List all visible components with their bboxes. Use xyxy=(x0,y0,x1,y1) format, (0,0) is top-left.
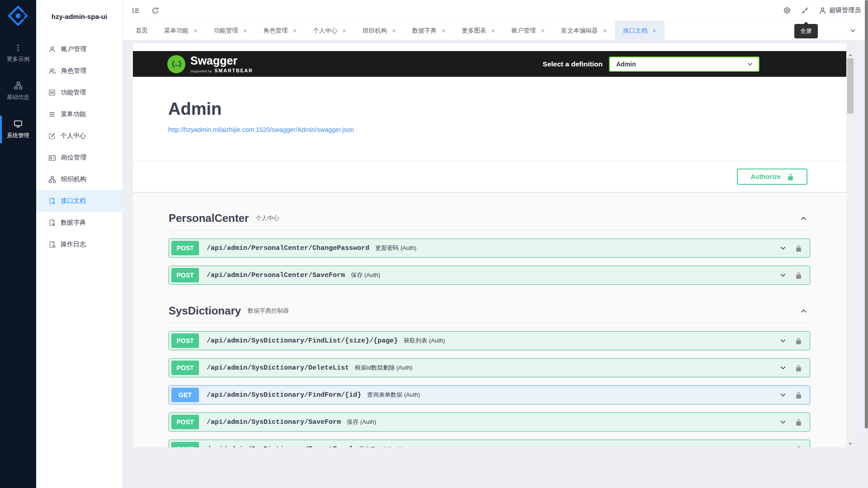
app-logo[interactable] xyxy=(7,5,29,27)
sidebar-item[interactable]: 角色管理 xyxy=(36,60,123,82)
close-icon[interactable]: × xyxy=(392,27,396,34)
endpoint-summary: 导出Excel (Auth) xyxy=(359,445,403,447)
tab-item[interactable]: 账户管理 × xyxy=(503,21,553,40)
endpoint-row[interactable]: POST /api/admin/SysDictionary/FindList/{… xyxy=(169,331,810,350)
api-title: Admin xyxy=(168,99,846,119)
lock-icon[interactable] xyxy=(795,272,802,279)
endpoint-row[interactable]: POST /api/admin/SysDictionary/ExportExce… xyxy=(169,440,810,447)
sidebar-item[interactable]: 账户管理 xyxy=(36,38,123,60)
endpoint-row[interactable]: GET /api/admin/SysDictionary/FindForm/{i… xyxy=(169,385,810,404)
sidebar-item[interactable]: 菜单功能 xyxy=(36,103,123,125)
chevron-down-icon[interactable] xyxy=(779,418,787,426)
sidebar-item[interactable]: 数据字典 xyxy=(36,212,123,234)
sidebar-item[interactable]: 操作日志 xyxy=(36,234,123,255)
endpoint-row[interactable]: POST /api/admin/PersonalCenter/SaveForm … xyxy=(169,266,810,285)
section-header[interactable]: SysDictionary 数据字典控制器 xyxy=(169,305,810,323)
lock-icon[interactable] xyxy=(795,392,802,399)
close-icon[interactable]: × xyxy=(193,27,198,34)
tab-item[interactable]: 数据字典 × xyxy=(404,21,454,40)
fullscreen-icon[interactable] xyxy=(801,7,809,14)
method-badge: POST xyxy=(171,268,199,282)
swagger-scrollbar-thumb[interactable] xyxy=(847,58,854,113)
refresh-icon[interactable] xyxy=(151,7,159,14)
close-icon[interactable]: × xyxy=(652,27,656,34)
tab-item[interactable]: 角色管理 × xyxy=(255,21,305,40)
close-icon[interactable]: × xyxy=(342,27,346,34)
endpoint-row[interactable]: POST /api/admin/SysDictionary/DeleteList… xyxy=(169,358,810,377)
method-badge: POST xyxy=(171,415,199,429)
endpoint-summary: 保存 (Auth) xyxy=(351,271,380,279)
section-title: SysDictionary xyxy=(169,305,241,317)
tab-item[interactable]: 菜单功能 × xyxy=(156,21,206,40)
rail-item[interactable]: 系统管理 xyxy=(0,113,36,145)
sidebar-item[interactable]: 接口文档 xyxy=(36,190,123,212)
tab-item[interactable]: 更多图表 × xyxy=(454,21,504,40)
close-icon[interactable]: × xyxy=(603,27,607,34)
unlock-icon xyxy=(787,174,794,180)
rail-item[interactable]: 基础信息 xyxy=(0,75,36,107)
close-icon[interactable]: × xyxy=(442,27,446,34)
sidebar-item[interactable]: 组织机构 xyxy=(36,169,123,190)
endpoint-summary: 查询表单数据 (Auth) xyxy=(367,391,420,399)
doc-dict-icon xyxy=(48,219,56,226)
rail-item[interactable]: 更多示例 xyxy=(0,38,36,69)
close-icon[interactable]: × xyxy=(541,27,545,34)
lock-icon[interactable] xyxy=(795,338,802,344)
lock-icon[interactable] xyxy=(795,245,802,252)
tab-item[interactable]: 接口文档 × xyxy=(615,21,665,40)
chevron-down-icon[interactable] xyxy=(779,244,787,252)
primary-rail: 更多示例 基础信息 系统管理 xyxy=(0,0,36,488)
user-avatar-icon xyxy=(819,7,826,14)
page-scrollbar-thumb[interactable] xyxy=(865,0,868,428)
chevron-up-icon[interactable] xyxy=(800,307,807,315)
close-icon[interactable]: × xyxy=(293,27,297,34)
sidebar-item[interactable]: 岗位管理 xyxy=(36,147,123,169)
swagger-scrollbar[interactable] xyxy=(846,51,854,447)
endpoint-row[interactable]: POST /api/admin/PersonalCenter/ChangePas… xyxy=(169,239,810,258)
tab-item[interactable]: 富文本编辑器 × xyxy=(553,21,615,40)
method-badge: POST xyxy=(171,442,199,447)
settings-gear-icon[interactable] xyxy=(783,6,791,14)
panel-top-gap xyxy=(133,43,846,51)
swagger-panel: {…} Swagger Supported by SMARTBEAR Selec… xyxy=(133,43,846,447)
sidebar-item[interactable]: 功能管理 xyxy=(36,82,123,103)
definition-select[interactable]: Admin xyxy=(609,56,760,72)
scroll-up-arrow[interactable] xyxy=(846,52,854,58)
endpoint-path: /api/admin/SysDictionary/FindList/{size}… xyxy=(207,337,398,345)
section-description: 数据字典控制器 xyxy=(248,307,289,315)
tab-item[interactable]: 组织机构 × xyxy=(354,21,404,40)
chevron-up-icon[interactable] xyxy=(800,215,807,222)
doc-log-icon xyxy=(48,241,56,248)
tab-item[interactable]: 个人中心 × xyxy=(305,21,354,40)
top-header: 超级管理员 xyxy=(123,0,868,21)
swagger-braces-icon: {…} xyxy=(167,55,185,73)
secondary-sidebar: hzy-admin-spa-ui 账户管理 角色管理 功能管理 菜单功能 个人中… xyxy=(36,0,123,488)
chevron-down-icon[interactable] xyxy=(779,364,787,371)
lock-icon[interactable] xyxy=(795,446,802,448)
close-icon[interactable]: × xyxy=(243,27,247,34)
spec-url-link[interactable]: http://hzyadmin.milaizhijie.com:1520/swa… xyxy=(168,126,354,133)
lock-icon[interactable] xyxy=(795,419,802,426)
lock-icon[interactable] xyxy=(795,365,802,371)
tab-item[interactable]: 首页 xyxy=(127,21,156,40)
chevron-down-icon[interactable] xyxy=(779,446,787,447)
method-badge: GET xyxy=(171,388,199,402)
sidebar-item[interactable]: 个人中心 xyxy=(36,125,123,147)
scroll-down-arrow[interactable] xyxy=(846,441,854,447)
tab-item[interactable]: 功能管理 × xyxy=(206,21,255,40)
section-header[interactable]: PersonalCenter 个人中心 xyxy=(169,212,810,230)
authorize-button[interactable]: Authorize xyxy=(737,169,807,185)
chevron-down-icon[interactable] xyxy=(779,272,787,279)
app-window: 更多示例 基础信息 系统管理 hzy-admin-spa-ui 账户管理 角色管… xyxy=(0,0,868,488)
api-info: Admin http://hzyadmin.milaizhijie.com:15… xyxy=(133,77,846,161)
api-section: SysDictionary 数据字典控制器 POST /api/admin/Sy… xyxy=(169,305,810,447)
tab-list-chevron-down-icon[interactable] xyxy=(849,21,856,40)
chevron-down-icon[interactable] xyxy=(779,337,787,344)
user-menu[interactable]: 超级管理员 xyxy=(819,6,861,14)
chevron-down-icon[interactable] xyxy=(779,391,787,399)
close-icon[interactable]: × xyxy=(491,27,495,34)
api-section: PersonalCenter 个人中心 POST /api/admin/Pers… xyxy=(169,212,810,285)
users-icon xyxy=(48,67,56,75)
endpoint-row[interactable]: POST /api/admin/SysDictionary/SaveForm 保… xyxy=(169,413,810,432)
menu-fold-icon[interactable] xyxy=(132,7,140,14)
